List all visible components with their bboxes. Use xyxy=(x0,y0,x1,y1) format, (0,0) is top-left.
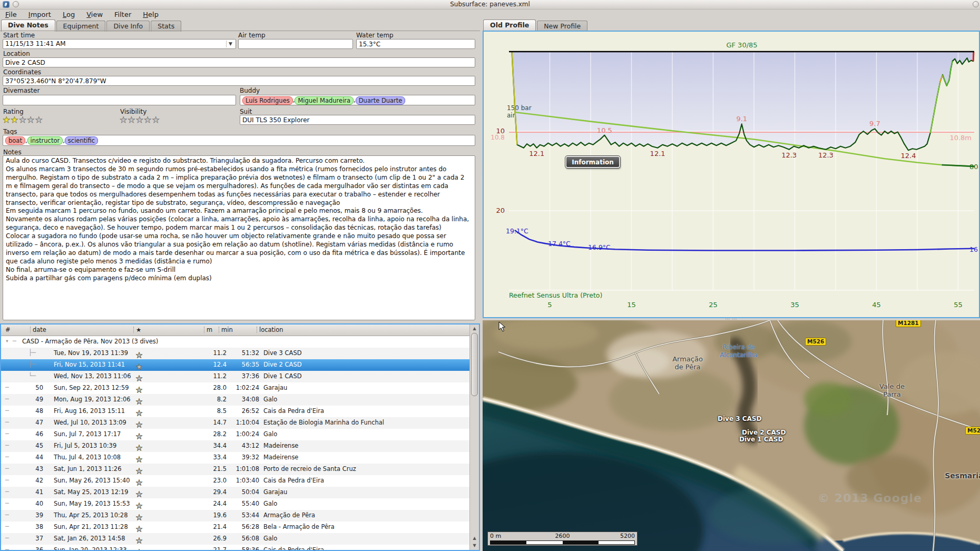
dive-date: Sun, Sep 22, 2013 12:59 xyxy=(54,384,129,391)
menu-import[interactable]: Import xyxy=(28,11,51,18)
table-row[interactable]: ─47Wed, Jul 10, 2013 13:09★★★★★14.71:10:… xyxy=(1,417,479,429)
titlebar-close-button[interactable] xyxy=(973,1,979,7)
column-header-m[interactable]: m xyxy=(207,326,212,333)
tag-chip[interactable]: instructor xyxy=(27,136,63,145)
table-row[interactable]: ─46Sun, Jul 7, 2013 17:17★★★★★28.21:00:2… xyxy=(1,429,479,440)
buddy-chip[interactable]: Luís Rodrigues xyxy=(242,96,293,105)
tags-field[interactable]: boat,instructor,scientific xyxy=(3,135,475,146)
trip-row[interactable]: ▾─CASD - Armação de Pêra, Nov 2013 (3 di… xyxy=(1,336,479,348)
table-row[interactable]: ─41Sat, May 25, 2013 12:19★★★★★29.450:04… xyxy=(1,487,479,498)
column-header-min[interactable]: min xyxy=(221,326,233,333)
table-row[interactable]: ─42Sun, May 26, 2013 15:40★★★★★23.01:03:… xyxy=(1,475,479,487)
water-temp-field[interactable] xyxy=(356,39,475,49)
buddy-chip[interactable]: Duarte Duarte xyxy=(356,96,406,105)
star-empty-icon: ★ xyxy=(136,351,143,359)
table-row[interactable]: ─39Thu, Apr 25, 2013 10:28★★★★★19.653:44… xyxy=(1,510,479,522)
column-header-date[interactable]: date xyxy=(33,326,46,333)
dive-duration: 51:32 xyxy=(227,349,259,357)
scrollbar-thumb[interactable] xyxy=(471,333,478,396)
table-row[interactable]: ─43Sat, Jun 1, 2013 11:26★★★★★21.51:01:0… xyxy=(1,464,479,475)
start-time-combo[interactable]: 11/15/13 11:41 AM ▼ xyxy=(3,39,236,49)
table-row[interactable]: ─36Sun, Jan 20, 2013 12:33★★★★★21.758:36… xyxy=(1,545,479,551)
rating-label: Rating xyxy=(3,108,24,115)
column-header-location[interactable]: location xyxy=(259,326,283,333)
tab-dive-info[interactable]: Dive Info xyxy=(106,21,150,32)
tab-dive-notes[interactable]: Dive Notes xyxy=(1,19,55,32)
divemaster-field[interactable] xyxy=(3,95,236,105)
dive-site-label: Dive 2 CASD xyxy=(742,429,786,436)
tree-line: ─ xyxy=(5,430,9,437)
dive-list-table[interactable]: #date★mminlocation ▾─CASD - Armação de P… xyxy=(0,323,480,551)
scroll-down-icon[interactable]: ▼ xyxy=(471,542,478,549)
tab-new-profile[interactable]: New Profile xyxy=(537,21,587,32)
notes-field[interactable]: Aula do curso CASD. Transectos c/video e… xyxy=(3,155,475,320)
tree-line: ─ xyxy=(5,418,9,426)
buddy-field[interactable]: Luís Rodrigues,Miguel Madureira,Duarte D… xyxy=(240,95,475,105)
dive-location: Madeirense xyxy=(263,442,298,449)
dive-depth: 14.7 xyxy=(200,419,227,426)
menu-file[interactable]: File xyxy=(5,11,17,18)
dive-date: Sun, Apr 21, 2013 11:28 xyxy=(54,523,128,530)
dive-location: Dive 3 CASD xyxy=(263,349,302,357)
dive-depth: 21.7 xyxy=(200,546,227,551)
tag-chip[interactable]: scientific xyxy=(65,136,98,145)
information-tooltip[interactable]: Information xyxy=(565,156,620,168)
column-header-stars[interactable]: ★ xyxy=(136,326,141,333)
table-row[interactable]: ─50Sun, Sep 22, 2013 12:59★★★★★28.01:02:… xyxy=(1,382,479,394)
menu-help[interactable]: Help xyxy=(143,11,159,18)
subsurface-window: Subsurface: paneves.xml FileImportLogVie… xyxy=(0,0,980,551)
svg-text:9.1: 9.1 xyxy=(736,115,747,123)
suit-field[interactable] xyxy=(240,115,475,125)
menu-filter[interactable]: Filter xyxy=(114,11,131,18)
menu-view[interactable]: View xyxy=(86,11,103,18)
star-empty-icon: ★ xyxy=(136,420,143,429)
svg-text:16.: 16. xyxy=(969,245,978,253)
dive-number: 47 xyxy=(24,419,43,426)
dive-number: 39 xyxy=(24,511,43,519)
expander-icon[interactable]: ▾ xyxy=(5,337,9,345)
table-row[interactable]: └─Wed, Nov 13, 2013 11:06★★★★★11.237:36D… xyxy=(1,371,479,382)
tab-equipment[interactable]: Equipment xyxy=(56,21,106,32)
dive-number: 44 xyxy=(24,454,43,461)
tab-old-profile[interactable]: Old Profile xyxy=(483,19,536,32)
rating-stars[interactable]: ★★★★★ xyxy=(3,115,43,125)
location-field[interactable] xyxy=(3,57,475,67)
column-separator xyxy=(30,327,31,333)
table-row[interactable]: ─37Sat, Jan 26, 2013 14:58★★★★★26.956:08… xyxy=(1,533,479,545)
table-row[interactable]: ─44Thu, Jul 4, 2013 10:08★★★★★33.439:32M… xyxy=(1,452,479,464)
table-row[interactable]: ├─Tue, Nov 19, 2013 11:39★★★★★11.251:32D… xyxy=(1,348,479,359)
svg-text:5: 5 xyxy=(547,301,552,309)
tree-line: ─ xyxy=(5,383,9,391)
scroll-up2-icon[interactable]: ▲ xyxy=(471,535,478,542)
table-row[interactable]: ├─Fri, Nov 15, 2013 11:41★★★★★12.456:35D… xyxy=(1,359,479,371)
air-temp-label: Air temp xyxy=(238,32,266,39)
column-header-#[interactable]: # xyxy=(5,326,11,333)
table-row[interactable]: ─38Sun, Apr 21, 2013 11:28★★★★★21.456:28… xyxy=(1,522,479,533)
title-bar[interactable]: Subsurface: paneves.xml xyxy=(0,0,980,9)
svg-text:12.3: 12.3 xyxy=(818,151,834,159)
dive-table-header[interactable]: #date★mminlocation xyxy=(1,324,479,336)
column-separator xyxy=(219,327,219,333)
scroll-up-icon[interactable]: ▲ xyxy=(471,325,478,332)
table-row[interactable]: ─49Mon, Aug 19, 2013 12:06★★★★★8.234:08G… xyxy=(1,394,479,406)
tag-chip[interactable]: boat xyxy=(5,136,25,145)
dive-list-scrollbar[interactable]: ▲ ▲ ▼ xyxy=(469,324,479,550)
table-row[interactable]: ─45Fri, Jul 5, 2013 10:39★★★★★34.443:12M… xyxy=(1,440,479,452)
menu-log[interactable]: Log xyxy=(63,11,75,18)
air-temp-field[interactable] xyxy=(238,39,353,49)
svg-text:25: 25 xyxy=(709,301,718,309)
chevron-down-icon[interactable]: ▼ xyxy=(226,41,234,47)
dive-profile-panel[interactable]: 10.810.8m150 barair8019.1°C17.4°C16.9°C1… xyxy=(483,31,980,318)
coordinates-field[interactable] xyxy=(3,76,475,86)
table-row[interactable]: ─40Sun, May 19, 2013 15:53★★★★★24.455:40… xyxy=(1,498,479,510)
map-panel[interactable]: Armação de PêraRibeira de AlcantarilhaVa… xyxy=(483,320,980,551)
tab-stats[interactable]: Stats xyxy=(151,21,181,32)
star-empty-icon: ★ xyxy=(136,386,143,394)
table-row[interactable]: ─48Fri, Aug 16, 2013 15:11★★★★★8.526:52C… xyxy=(1,406,479,417)
dive-number: 42 xyxy=(24,477,43,484)
dive-depth: 26.9 xyxy=(200,535,227,542)
dive-location: Galo xyxy=(263,535,277,542)
visibility-stars[interactable]: ★★★★★ xyxy=(120,115,160,125)
buddy-chip[interactable]: Miguel Madureira xyxy=(295,96,354,105)
location-label: Location xyxy=(3,50,30,57)
